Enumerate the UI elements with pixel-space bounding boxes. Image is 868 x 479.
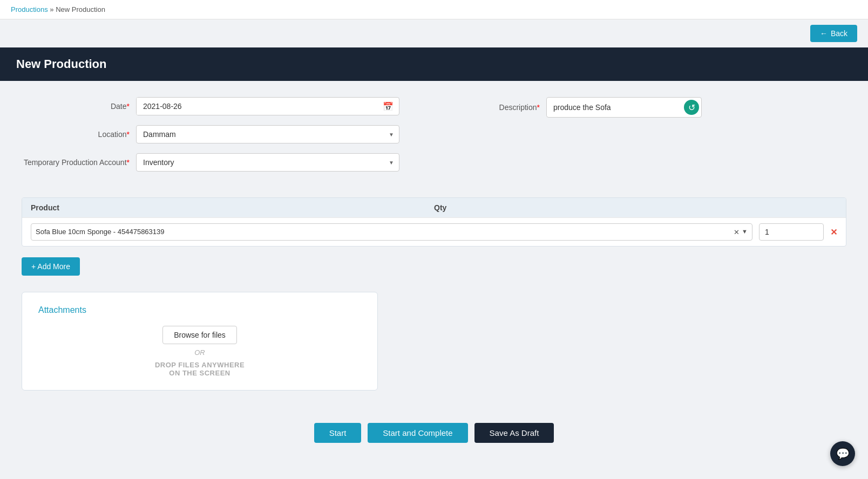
save-as-draft-button[interactable]: Save As Draft <box>474 423 554 443</box>
start-button[interactable]: Start <box>314 423 362 443</box>
drop-files-text: DROP FILES ANYWHERE ON THE SCREEN <box>155 361 245 377</box>
breadcrumb: Productions » New Production <box>0 0 868 19</box>
breadcrumb-separator: » <box>50 5 53 13</box>
product-clear-icon[interactable]: ✕ <box>734 228 740 236</box>
product-table: Product Qty Sofa Blue 10cm Sponge - 4544… <box>22 197 846 247</box>
account-row: Temporary Production Account* Inventory … <box>22 153 399 172</box>
chat-icon: 💬 <box>836 447 850 460</box>
table-row: Sofa Blue 10cm Sponge - 454475863139 ✕ ▼… <box>22 217 846 246</box>
date-row: Date* 📅 <box>22 97 399 115</box>
location-label: Location* <box>22 130 130 139</box>
date-input[interactable] <box>137 98 377 115</box>
page-title: New Production <box>16 57 106 71</box>
col-qty-header: Qty <box>434 203 837 212</box>
form-left: Date* 📅 Location* Dammam Riyadh Jeddah <box>22 97 399 181</box>
drop-line2: ON THE SCREEN <box>155 369 245 377</box>
attachments-upload: Browse for files OR DROP FILES ANYWHERE … <box>38 326 361 377</box>
account-label: Temporary Production Account* <box>22 158 130 167</box>
back-button[interactable]: ← Back <box>810 25 857 42</box>
browse-files-button[interactable]: Browse for files <box>162 326 237 344</box>
or-text: OR <box>194 348 205 357</box>
action-buttons: Start Start and Complete Save As Draft <box>22 412 846 459</box>
description-wrapper: ↺ <box>546 97 702 118</box>
start-and-complete-button[interactable]: Start and Complete <box>368 423 467 443</box>
add-more-label: + Add More <box>31 262 70 271</box>
main-content: Date* 📅 Location* Dammam Riyadh Jeddah <box>0 81 868 475</box>
breadcrumb-parent[interactable]: Productions <box>11 5 48 13</box>
date-input-wrapper: 📅 <box>136 97 399 115</box>
location-select-wrapper: Dammam Riyadh Jeddah <box>136 125 399 143</box>
drop-line1: DROP FILES ANYWHERE <box>155 361 245 369</box>
breadcrumb-current: New Production <box>56 5 105 13</box>
product-table-header: Product Qty <box>22 198 846 217</box>
description-row: Description* ↺ <box>432 97 702 118</box>
page-header: New Production <box>0 47 868 81</box>
account-select[interactable]: Inventory Assets Expenses <box>136 153 399 172</box>
back-arrow-icon: ← <box>820 29 828 38</box>
attachments-title: Attachments <box>38 305 361 315</box>
chat-widget[interactable]: 💬 <box>830 441 855 466</box>
product-select-icons: ✕ ▼ <box>734 228 748 236</box>
form-right: Description* ↺ <box>432 97 702 181</box>
add-more-button[interactable]: + Add More <box>22 257 80 276</box>
location-row: Location* Dammam Riyadh Jeddah <box>22 125 399 143</box>
form-section: Date* 📅 Location* Dammam Riyadh Jeddah <box>22 97 846 181</box>
top-bar: ← Back <box>0 19 868 47</box>
delete-row-icon[interactable]: ✕ <box>830 227 837 237</box>
back-button-label: Back <box>831 29 847 38</box>
calendar-icon[interactable]: 📅 <box>377 98 399 115</box>
date-label: Date* <box>22 102 130 111</box>
col-product-header: Product <box>31 203 434 212</box>
qty-input[interactable] <box>759 223 824 241</box>
description-input[interactable] <box>547 99 682 116</box>
product-name: Sofa Blue 10cm Sponge - 454475863139 <box>36 227 734 237</box>
product-select-wrapper: Sofa Blue 10cm Sponge - 454475863139 ✕ ▼ <box>31 223 752 241</box>
attachments-section: Attachments Browse for files OR DROP FIL… <box>22 292 378 391</box>
description-label: Description* <box>432 103 540 112</box>
refresh-icon[interactable]: ↺ <box>684 100 699 115</box>
account-select-wrapper: Inventory Assets Expenses <box>136 153 399 172</box>
location-select[interactable]: Dammam Riyadh Jeddah <box>136 125 399 143</box>
product-dropdown-icon[interactable]: ▼ <box>742 228 748 236</box>
